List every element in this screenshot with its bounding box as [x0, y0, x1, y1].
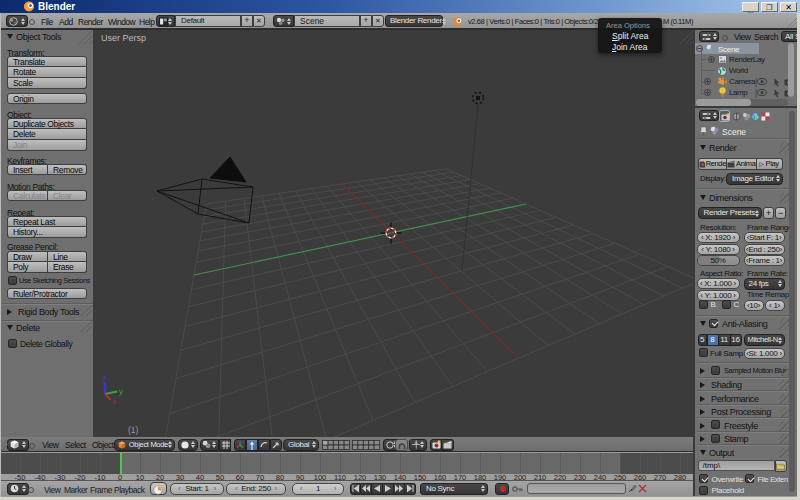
svg-text:(1): (1)	[128, 425, 139, 435]
svg-text:z: z	[103, 373, 107, 382]
svg-text:User Persp: User Persp	[101, 33, 146, 43]
svg-text:y: y	[119, 387, 123, 396]
svg-text:x: x	[112, 397, 116, 406]
